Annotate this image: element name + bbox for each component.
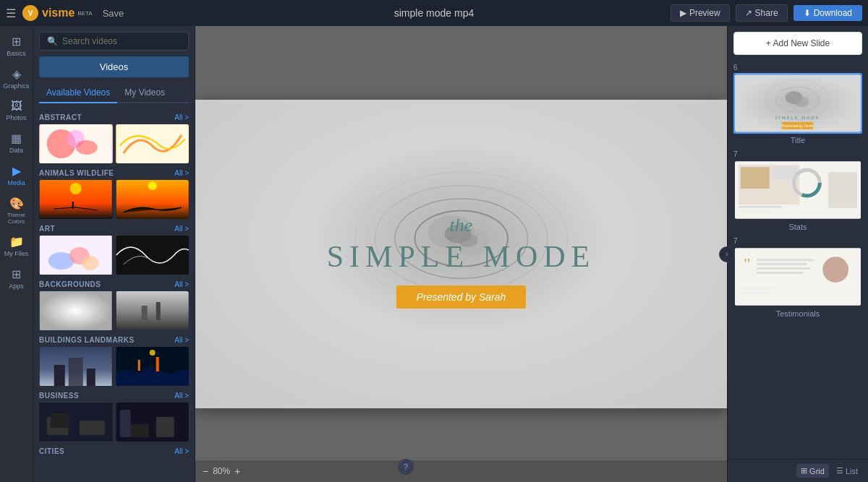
category-cities-all[interactable]: All >	[174, 447, 189, 455]
apps-label: Apps	[9, 283, 24, 290]
slide-thumb-wrap-3[interactable]: "	[733, 246, 862, 307]
category-art-all[interactable]: All >	[174, 225, 189, 233]
wildlife-thumb-2[interactable]	[116, 180, 190, 219]
bg-thumb-2[interactable]	[116, 291, 190, 330]
category-cities-title: CITIES	[39, 447, 64, 455]
search-box[interactable]: 🔍	[39, 32, 189, 51]
sidebar-item-my-files[interactable]: 📁 My Files	[1, 231, 32, 262]
zoom-out-button[interactable]: −	[203, 465, 208, 477]
business-thumb-2[interactable]	[116, 403, 190, 442]
grid-label: Grid	[809, 467, 825, 475]
slide-label-2: Stats	[733, 223, 862, 231]
graphics-label: Graphics	[4, 82, 30, 90]
media-label: Media	[7, 179, 25, 186]
art-thumb-1[interactable]	[39, 236, 113, 275]
category-wildlife-all[interactable]: All >	[174, 169, 189, 177]
svg-rect-24	[87, 369, 95, 386]
business-thumb-1[interactable]	[39, 403, 113, 442]
list-view-button[interactable]: ☰ List	[832, 464, 862, 478]
svg-point-8	[70, 183, 82, 194]
category-wildlife-header: ANIMALS WILDLIFE All >	[39, 169, 189, 177]
category-abstract-header: ABSTRACT All >	[39, 113, 189, 121]
category-art-header: ART All >	[39, 225, 189, 233]
grid-view-button[interactable]: ⊞ Grid	[796, 464, 829, 478]
canvas-cta-button[interactable]: Presented by Sarah	[396, 285, 527, 309]
sidebar-item-data[interactable]: ▦ Data	[1, 127, 32, 158]
art-thumb-2[interactable]	[116, 236, 190, 275]
search-input[interactable]	[62, 36, 181, 46]
canvas-text-overlay: the SIMPLE MODE Presented by Sarah	[327, 215, 596, 309]
slide-label-1: Title	[733, 136, 862, 145]
svg-rect-26	[137, 360, 140, 371]
share-button[interactable]: ↗ Share	[736, 4, 788, 22]
tab-my-videos[interactable]: My Videos	[117, 83, 172, 102]
buildings-thumb-1[interactable]	[39, 347, 113, 386]
svg-rect-61	[828, 172, 857, 208]
slides-list: 6 SI	[728, 61, 868, 459]
slide-thumb-wrap-1[interactable]: SIMPLE MODE Presented by Sarah	[733, 73, 862, 134]
sidebar-item-theme-colors[interactable]: 🎨 Theme Colors	[1, 192, 32, 229]
sidebar-item-photos[interactable]: 🖼 Photos	[1, 95, 32, 126]
menu-icon[interactable]: ☰	[6, 7, 16, 20]
slide-number-1: 6	[733, 64, 738, 72]
bg-thumb-1[interactable]	[39, 291, 113, 330]
svg-point-68	[822, 257, 848, 283]
category-business-all[interactable]: All >	[174, 392, 189, 400]
svg-rect-36	[119, 410, 130, 437]
category-business-header: BUSINESS All >	[39, 392, 189, 400]
add-slide-button[interactable]: + Add New Slide	[733, 32, 862, 55]
slide-number-2: 7	[733, 150, 738, 158]
photos-icon: 🖼	[11, 100, 22, 113]
svg-point-11	[148, 181, 156, 190]
zoom-in-button[interactable]: +	[234, 465, 240, 477]
svg-rect-9	[72, 202, 74, 209]
topbar-right: ▶ Preview ↗ Share ⬇ Download	[648, 4, 862, 22]
sidebar-item-basics[interactable]: ⊞ Basics	[1, 30, 32, 61]
expand-panel-button[interactable]: ‹	[719, 246, 735, 262]
panel-content: ABSTRACT All >	[33, 103, 195, 482]
videos-button[interactable]: Videos	[39, 56, 189, 77]
category-wildlife-title: ANIMALS WILDLIFE	[39, 169, 114, 177]
slide-item-2[interactable]: 7 Stats	[733, 150, 862, 231]
slide-thumb-wrap-2[interactable]	[733, 160, 862, 220]
help-icon: ?	[404, 462, 408, 471]
sidebar-item-graphics[interactable]: ◈ Graphics	[1, 63, 32, 94]
download-label: Download	[814, 8, 852, 18]
category-buildings-all[interactable]: All >	[174, 336, 189, 344]
wildlife-thumb-1[interactable]	[39, 180, 113, 219]
download-button[interactable]: ⬇ Download	[793, 5, 862, 21]
svg-text:Presented by Sarah: Presented by Sarah	[782, 124, 814, 128]
slides-panel: ‹ + Add New Slide 6	[727, 26, 868, 482]
sidebar-item-media[interactable]: ▶ Media	[1, 160, 32, 191]
zoom-controls: − 80% +	[203, 465, 240, 477]
preview-button[interactable]: ▶ Preview	[671, 4, 730, 22]
slide-item-1[interactable]: 6 SI	[733, 64, 862, 145]
svg-rect-27	[156, 357, 158, 371]
category-bg-all[interactable]: All >	[174, 280, 189, 288]
files-label: My Files	[4, 250, 29, 257]
abstract-thumb-1[interactable]	[39, 124, 113, 163]
apps-icon: ⊞	[12, 267, 21, 281]
canvas-main-title: SIMPLE MODE	[327, 239, 596, 274]
buildings-thumb-2[interactable]	[116, 347, 190, 386]
category-abstract-all[interactable]: All >	[174, 113, 189, 121]
tab-available-videos[interactable]: Available Videos	[39, 83, 117, 103]
svg-rect-16	[116, 236, 188, 275]
abstract-thumb-2[interactable]	[116, 124, 190, 163]
slide-item-3[interactable]: 7 " Testimonials	[733, 237, 862, 318]
svg-rect-60	[739, 210, 771, 212]
zoom-level: 80%	[213, 466, 230, 476]
svg-point-15	[82, 256, 99, 270]
logo-text: visme	[42, 7, 75, 20]
help-button[interactable]: ?	[398, 459, 414, 475]
grid-icon: ⊞	[801, 466, 807, 475]
buildings-thumbnails	[39, 347, 189, 386]
sidebar-item-apps[interactable]: ⊞ Apps	[1, 263, 32, 294]
slide-thumb-3: "	[735, 248, 861, 306]
main-layout: ⊞ Basics ◈ Graphics 🖼 Photos ▦ Data ▶ Me…	[0, 26, 868, 482]
svg-rect-17	[40, 291, 112, 330]
save-button[interactable]: Save	[103, 8, 124, 19]
svg-rect-20	[156, 302, 160, 320]
svg-rect-69	[742, 288, 778, 290]
topbar-left: ☰ V visme BETA Save	[6, 4, 220, 22]
